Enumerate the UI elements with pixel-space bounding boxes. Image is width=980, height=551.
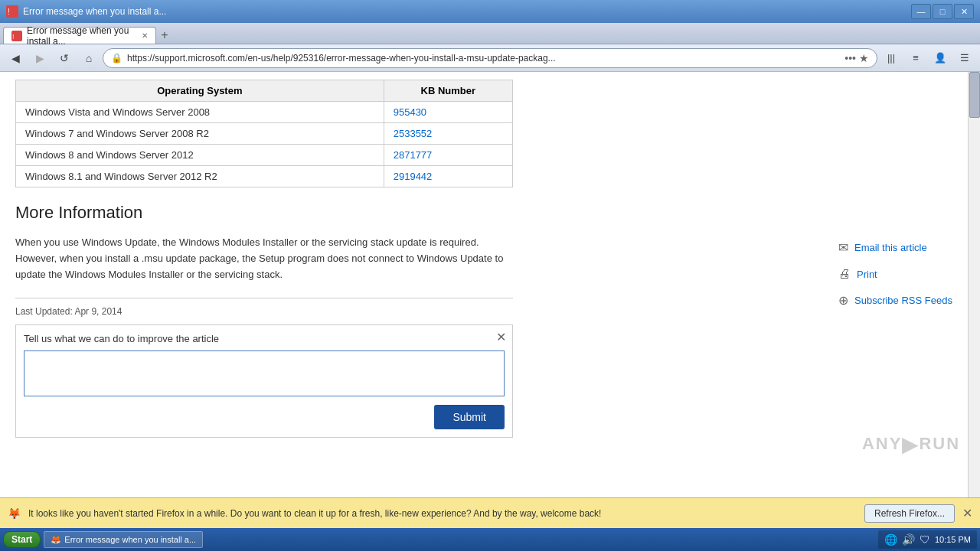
table-cell-kb-3: 2871777 (384, 145, 512, 166)
notification-text: It looks like you haven't started Firefo… (28, 508, 857, 519)
refresh-firefox-button[interactable]: Refresh Firefox... (864, 504, 955, 523)
rss-icon: ⊕ (838, 293, 848, 308)
table-header-kb: KB Number (384, 80, 512, 102)
table-cell-kb-4: 2919442 (384, 166, 512, 187)
start-button[interactable]: Start (3, 531, 41, 548)
feedback-form: Tell us what we can do to improve the ar… (15, 324, 513, 438)
rss-label: Subscribe RSS Feeds (854, 295, 952, 306)
taskbar-item-icon: 🦊 (51, 535, 61, 545)
volume-tray-icon[interactable]: 🔊 (902, 533, 915, 546)
table-header-os: Operating System (16, 80, 384, 102)
right-sidebar: ✉ Email this article 🖨 Print ⊕ Subscribe… (827, 72, 980, 497)
more-actions-button[interactable]: ••• (844, 52, 856, 64)
reader-view-button[interactable]: ≡ (905, 48, 926, 68)
feedback-actions: Submit (24, 405, 505, 429)
taskbar-item-browser[interactable]: 🦊 Error message when you install a... (44, 531, 203, 548)
print-icon: 🖨 (838, 267, 851, 281)
table-cell-kb-2: 2533552 (384, 123, 512, 145)
forward-button[interactable]: ▶ (29, 48, 51, 68)
titlebar-title: Error message when you install a... (23, 6, 911, 17)
address-bar[interactable]: 🔒 https://support.microsoft.com/en-us/he… (103, 48, 877, 68)
svg-text:!: ! (12, 33, 15, 41)
titlebar: ! Error message when you install a... — … (0, 0, 980, 23)
home-button[interactable]: ⌂ (78, 48, 100, 68)
notification-close-button[interactable]: ✕ (962, 506, 972, 520)
article-area: Operating System KB Number Windows Vista… (0, 72, 827, 497)
svg-text:!: ! (8, 8, 10, 16)
feedback-label: Tell us what we can do to improve the ar… (24, 333, 505, 344)
minimize-button[interactable]: — (911, 4, 931, 19)
kb-link-1[interactable]: 955430 (394, 106, 426, 118)
last-updated: Last Updated: Apr 9, 2014 (15, 298, 513, 317)
tab-main[interactable]: ! Error message when you install a... ✕ (3, 27, 156, 44)
new-tab-button[interactable]: + (156, 27, 173, 44)
refresh-button[interactable]: ↺ (54, 48, 75, 68)
menu-button[interactable]: ☰ (954, 48, 975, 68)
reader-mode-button[interactable]: ★ (859, 52, 869, 64)
tab-close-button[interactable]: ✕ (142, 31, 148, 40)
titlebar-favicon: ! (6, 5, 18, 18)
feedback-textarea[interactable] (24, 350, 505, 396)
table-cell-os-3: Windows 8 and Windows Server 2012 (16, 145, 384, 166)
kb-link-4[interactable]: 2919442 (394, 171, 433, 182)
scrollbar-thumb[interactable] (969, 72, 980, 118)
scrollbar-track[interactable] (968, 72, 980, 497)
browser-content: Operating System KB Number Windows Vista… (0, 72, 980, 497)
feedback-close-button[interactable]: ✕ (496, 330, 506, 344)
print-label: Print (857, 269, 877, 280)
maximize-button[interactable]: □ (933, 4, 952, 19)
section-heading: More Information (15, 203, 812, 223)
navbar: ◀ ▶ ↺ ⌂ 🔒 https://support.microsoft.com/… (0, 44, 980, 72)
email-icon: ✉ (838, 240, 848, 255)
profile-button[interactable]: 👤 (929, 48, 951, 68)
table-row: Windows 8.1 and Windows Server 2012 R2 2… (16, 166, 513, 187)
page-content: Operating System KB Number Windows Vista… (0, 72, 980, 497)
security-lock-icon: 🔒 (111, 53, 122, 64)
network-tray-icon[interactable]: 🌐 (884, 533, 897, 546)
shield-tray-icon[interactable]: 🛡 (920, 533, 930, 546)
system-time: 10:15 PM (935, 535, 971, 544)
firefox-notification-bar: 🦊 It looks like you haven't started Fire… (0, 497, 980, 528)
print-action[interactable]: 🖨 Print (838, 267, 969, 281)
taskbar-item-label: Error message when you install a... (64, 535, 196, 544)
sidebar-button[interactable]: ||| (880, 48, 902, 68)
kb-link-3[interactable]: 2871777 (394, 149, 433, 161)
url-text: https://support.microsoft.com/en-us/help… (127, 53, 840, 64)
table-cell-kb-1: 955430 (384, 102, 512, 123)
table-row: Windows 8 and Windows Server 2012 287177… (16, 145, 513, 166)
tab-favicon: ! (11, 31, 22, 41)
tabbar: ! Error message when you install a... ✕ … (0, 23, 980, 44)
rss-action[interactable]: ⊕ Subscribe RSS Feeds (838, 293, 969, 308)
article-body: When you use Windows Update, the Windows… (15, 235, 513, 282)
kb-link-2[interactable]: 2533552 (394, 128, 433, 139)
table-cell-os-1: Windows Vista and Windows Server 2008 (16, 102, 384, 123)
titlebar-controls: — □ ✕ (911, 4, 974, 19)
os-kb-table: Operating System KB Number Windows Vista… (15, 80, 513, 187)
table-cell-os-4: Windows 8.1 and Windows Server 2012 R2 (16, 166, 384, 187)
taskbar-tray: 🌐 🔊 🛡 10:15 PM (878, 530, 977, 549)
table-cell-os-2: Windows 7 and Windows Server 2008 R2 (16, 123, 384, 145)
taskbar: Start 🦊 Error message when you install a… (0, 528, 980, 551)
taskbar-items: 🦊 Error message when you install a... (44, 531, 875, 548)
table-row: Windows Vista and Windows Server 2008 95… (16, 102, 513, 123)
table-row: Windows 7 and Windows Server 2008 R2 253… (16, 123, 513, 145)
submit-button[interactable]: Submit (434, 405, 505, 429)
close-button[interactable]: ✕ (954, 4, 974, 19)
firefox-icon: 🦊 (8, 507, 21, 520)
email-article-label: Email this article (854, 242, 927, 253)
back-button[interactable]: ◀ (5, 48, 26, 68)
email-article-action[interactable]: ✉ Email this article (838, 240, 969, 255)
tab-label: Error message when you install a... (27, 25, 137, 47)
